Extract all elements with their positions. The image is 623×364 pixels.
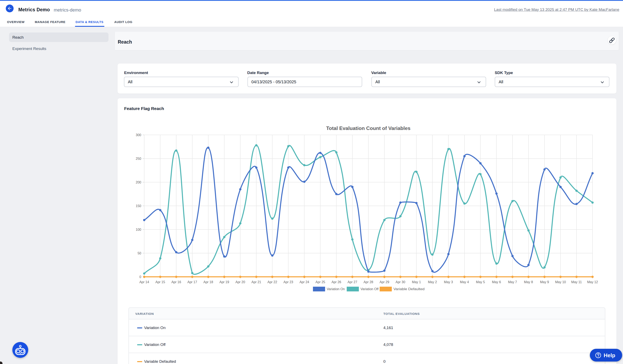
svg-text:Apr 25: Apr 25 <box>315 280 325 284</box>
svg-text:May 5: May 5 <box>476 280 485 284</box>
svg-text:Apr 16: Apr 16 <box>171 280 181 284</box>
svg-text:50: 50 <box>137 251 141 255</box>
svg-text:Apr 21: Apr 21 <box>251 280 261 284</box>
svg-text:Apr 26: Apr 26 <box>332 280 341 284</box>
svg-text:May 8: May 8 <box>524 280 533 284</box>
svg-text:Apr 22: Apr 22 <box>267 280 277 284</box>
svg-text:Variation Off: Variation Off <box>360 287 378 291</box>
svg-text:0: 0 <box>139 275 141 279</box>
svg-text:Total Evaluation Count of Vari: Total Evaluation Count of Variables <box>326 125 410 131</box>
svg-text:200: 200 <box>136 181 141 184</box>
svg-text:Apr 28: Apr 28 <box>364 280 373 284</box>
svg-text:May 6: May 6 <box>492 280 501 284</box>
svg-text:Apr 30: Apr 30 <box>396 280 405 284</box>
svg-text:Apr 27: Apr 27 <box>348 280 357 284</box>
svg-text:May 2: May 2 <box>428 280 437 284</box>
svg-text:May 9: May 9 <box>540 280 549 284</box>
svg-text:May 7: May 7 <box>508 280 517 284</box>
svg-text:May 12: May 12 <box>587 280 598 284</box>
svg-text:Apr 24: Apr 24 <box>300 280 309 284</box>
svg-text:Apr 17: Apr 17 <box>187 280 197 284</box>
svg-text:Apr 20: Apr 20 <box>236 280 245 284</box>
svg-text:Apr 23: Apr 23 <box>284 280 293 284</box>
svg-text:Apr 14: Apr 14 <box>139 280 149 284</box>
svg-text:Apr 19: Apr 19 <box>220 280 229 284</box>
svg-text:May 4: May 4 <box>460 280 469 284</box>
svg-text:Apr 18: Apr 18 <box>203 280 213 284</box>
svg-text:Variation On: Variation On <box>327 287 345 291</box>
svg-text:100: 100 <box>136 228 141 231</box>
svg-text:May 10: May 10 <box>555 280 566 284</box>
svg-text:Variable Defaulted: Variable Defaulted <box>393 287 424 291</box>
svg-text:May 11: May 11 <box>571 280 582 284</box>
svg-text:May 1: May 1 <box>412 280 421 284</box>
svg-text:300: 300 <box>136 133 141 137</box>
svg-text:May 3: May 3 <box>444 280 453 284</box>
svg-text:Apr 29: Apr 29 <box>379 280 389 284</box>
svg-text:150: 150 <box>136 204 141 208</box>
svg-text:250: 250 <box>136 157 141 161</box>
svg-text:Apr 15: Apr 15 <box>156 280 165 284</box>
